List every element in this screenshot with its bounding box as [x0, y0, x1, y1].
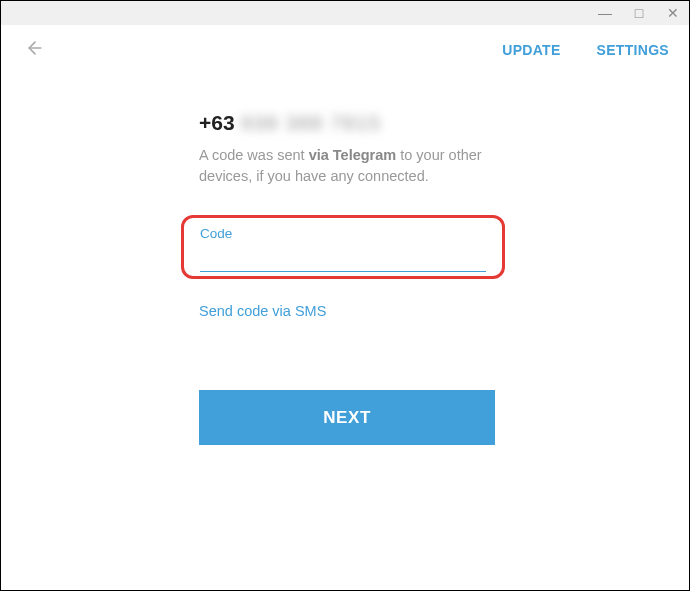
- phone-blurred: 938 388 7815: [241, 111, 381, 135]
- maximize-icon[interactable]: □: [629, 5, 649, 21]
- main-content: +63 938 388 7815 A code was sent via Tel…: [1, 75, 690, 445]
- window-titlebar: — □ ✕: [1, 1, 689, 25]
- header-actions: UPDATE SETTINGS: [502, 42, 669, 58]
- minimize-icon[interactable]: —: [595, 5, 615, 21]
- send-sms-link[interactable]: Send code via SMS: [199, 303, 326, 319]
- code-sent-description: A code was sent via Telegram to your oth…: [199, 145, 499, 187]
- code-field-highlight: Code: [181, 215, 505, 279]
- phone-prefix: +63: [199, 111, 235, 135]
- desc-bold: via Telegram: [309, 147, 397, 163]
- code-input[interactable]: [200, 241, 486, 272]
- next-button[interactable]: NEXT: [199, 390, 495, 445]
- settings-button[interactable]: SETTINGS: [597, 42, 669, 58]
- code-label: Code: [200, 226, 486, 241]
- close-icon[interactable]: ✕: [663, 5, 683, 21]
- update-button[interactable]: UPDATE: [502, 42, 560, 58]
- phone-number: +63 938 388 7815: [199, 111, 690, 135]
- back-arrow-icon[interactable]: [21, 34, 49, 67]
- desc-text-1: A code was sent: [199, 147, 309, 163]
- app-header: UPDATE SETTINGS: [1, 25, 689, 75]
